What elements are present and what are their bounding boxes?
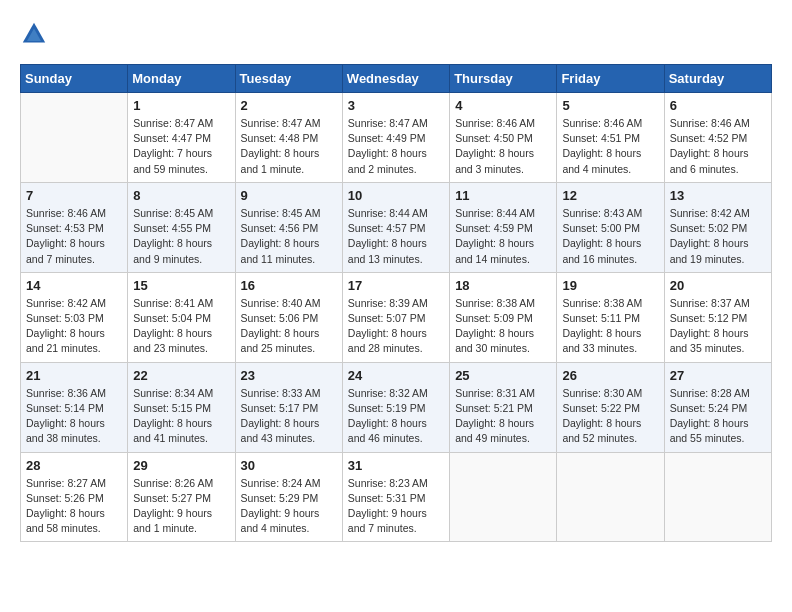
day-info: Sunrise: 8:46 AM Sunset: 4:50 PM Dayligh…	[455, 116, 551, 177]
day-number: 22	[133, 368, 229, 383]
day-number: 7	[26, 188, 122, 203]
day-number: 1	[133, 98, 229, 113]
day-number: 16	[241, 278, 337, 293]
calendar-cell: 9Sunrise: 8:45 AM Sunset: 4:56 PM Daylig…	[235, 182, 342, 272]
calendar-cell: 8Sunrise: 8:45 AM Sunset: 4:55 PM Daylig…	[128, 182, 235, 272]
day-info: Sunrise: 8:38 AM Sunset: 5:11 PM Dayligh…	[562, 296, 658, 357]
day-info: Sunrise: 8:45 AM Sunset: 4:55 PM Dayligh…	[133, 206, 229, 267]
day-number: 12	[562, 188, 658, 203]
calendar-cell	[664, 452, 771, 542]
day-info: Sunrise: 8:36 AM Sunset: 5:14 PM Dayligh…	[26, 386, 122, 447]
day-number: 23	[241, 368, 337, 383]
day-number: 4	[455, 98, 551, 113]
day-number: 28	[26, 458, 122, 473]
day-info: Sunrise: 8:46 AM Sunset: 4:53 PM Dayligh…	[26, 206, 122, 267]
weekday-header-tuesday: Tuesday	[235, 65, 342, 93]
day-number: 19	[562, 278, 658, 293]
day-info: Sunrise: 8:47 AM Sunset: 4:48 PM Dayligh…	[241, 116, 337, 177]
weekday-header-sunday: Sunday	[21, 65, 128, 93]
weekday-header-monday: Monday	[128, 65, 235, 93]
calendar-cell	[557, 452, 664, 542]
day-number: 25	[455, 368, 551, 383]
day-info: Sunrise: 8:27 AM Sunset: 5:26 PM Dayligh…	[26, 476, 122, 537]
day-info: Sunrise: 8:42 AM Sunset: 5:02 PM Dayligh…	[670, 206, 766, 267]
day-number: 9	[241, 188, 337, 203]
weekday-header-wednesday: Wednesday	[342, 65, 449, 93]
calendar-table: SundayMondayTuesdayWednesdayThursdayFrid…	[20, 64, 772, 542]
calendar-cell: 18Sunrise: 8:38 AM Sunset: 5:09 PM Dayli…	[450, 272, 557, 362]
calendar-cell: 24Sunrise: 8:32 AM Sunset: 5:19 PM Dayli…	[342, 362, 449, 452]
day-info: Sunrise: 8:46 AM Sunset: 4:51 PM Dayligh…	[562, 116, 658, 177]
day-number: 13	[670, 188, 766, 203]
day-info: Sunrise: 8:23 AM Sunset: 5:31 PM Dayligh…	[348, 476, 444, 537]
day-info: Sunrise: 8:43 AM Sunset: 5:00 PM Dayligh…	[562, 206, 658, 267]
day-number: 14	[26, 278, 122, 293]
day-number: 5	[562, 98, 658, 113]
day-info: Sunrise: 8:40 AM Sunset: 5:06 PM Dayligh…	[241, 296, 337, 357]
day-number: 2	[241, 98, 337, 113]
calendar-cell: 6Sunrise: 8:46 AM Sunset: 4:52 PM Daylig…	[664, 93, 771, 183]
day-info: Sunrise: 8:24 AM Sunset: 5:29 PM Dayligh…	[241, 476, 337, 537]
calendar-cell: 11Sunrise: 8:44 AM Sunset: 4:59 PM Dayli…	[450, 182, 557, 272]
calendar-cell: 25Sunrise: 8:31 AM Sunset: 5:21 PM Dayli…	[450, 362, 557, 452]
day-info: Sunrise: 8:45 AM Sunset: 4:56 PM Dayligh…	[241, 206, 337, 267]
calendar-cell: 15Sunrise: 8:41 AM Sunset: 5:04 PM Dayli…	[128, 272, 235, 362]
week-row-5: 28Sunrise: 8:27 AM Sunset: 5:26 PM Dayli…	[21, 452, 772, 542]
day-info: Sunrise: 8:26 AM Sunset: 5:27 PM Dayligh…	[133, 476, 229, 537]
header	[20, 20, 772, 48]
weekday-header-thursday: Thursday	[450, 65, 557, 93]
weekday-header-friday: Friday	[557, 65, 664, 93]
logo	[20, 20, 52, 48]
day-number: 29	[133, 458, 229, 473]
day-number: 8	[133, 188, 229, 203]
day-info: Sunrise: 8:34 AM Sunset: 5:15 PM Dayligh…	[133, 386, 229, 447]
calendar-cell: 19Sunrise: 8:38 AM Sunset: 5:11 PM Dayli…	[557, 272, 664, 362]
day-info: Sunrise: 8:31 AM Sunset: 5:21 PM Dayligh…	[455, 386, 551, 447]
day-info: Sunrise: 8:47 AM Sunset: 4:49 PM Dayligh…	[348, 116, 444, 177]
day-info: Sunrise: 8:33 AM Sunset: 5:17 PM Dayligh…	[241, 386, 337, 447]
calendar-cell: 22Sunrise: 8:34 AM Sunset: 5:15 PM Dayli…	[128, 362, 235, 452]
day-number: 21	[26, 368, 122, 383]
calendar-cell: 10Sunrise: 8:44 AM Sunset: 4:57 PM Dayli…	[342, 182, 449, 272]
calendar-cell: 31Sunrise: 8:23 AM Sunset: 5:31 PM Dayli…	[342, 452, 449, 542]
day-info: Sunrise: 8:37 AM Sunset: 5:12 PM Dayligh…	[670, 296, 766, 357]
calendar-cell: 26Sunrise: 8:30 AM Sunset: 5:22 PM Dayli…	[557, 362, 664, 452]
day-info: Sunrise: 8:42 AM Sunset: 5:03 PM Dayligh…	[26, 296, 122, 357]
calendar-cell: 4Sunrise: 8:46 AM Sunset: 4:50 PM Daylig…	[450, 93, 557, 183]
day-info: Sunrise: 8:39 AM Sunset: 5:07 PM Dayligh…	[348, 296, 444, 357]
day-info: Sunrise: 8:44 AM Sunset: 4:57 PM Dayligh…	[348, 206, 444, 267]
calendar-cell	[21, 93, 128, 183]
day-number: 17	[348, 278, 444, 293]
day-info: Sunrise: 8:28 AM Sunset: 5:24 PM Dayligh…	[670, 386, 766, 447]
calendar-cell: 23Sunrise: 8:33 AM Sunset: 5:17 PM Dayli…	[235, 362, 342, 452]
calendar-cell: 1Sunrise: 8:47 AM Sunset: 4:47 PM Daylig…	[128, 93, 235, 183]
calendar-cell: 21Sunrise: 8:36 AM Sunset: 5:14 PM Dayli…	[21, 362, 128, 452]
day-number: 27	[670, 368, 766, 383]
day-number: 18	[455, 278, 551, 293]
week-row-3: 14Sunrise: 8:42 AM Sunset: 5:03 PM Dayli…	[21, 272, 772, 362]
day-number: 20	[670, 278, 766, 293]
day-info: Sunrise: 8:44 AM Sunset: 4:59 PM Dayligh…	[455, 206, 551, 267]
calendar-cell: 17Sunrise: 8:39 AM Sunset: 5:07 PM Dayli…	[342, 272, 449, 362]
calendar-cell: 12Sunrise: 8:43 AM Sunset: 5:00 PM Dayli…	[557, 182, 664, 272]
day-info: Sunrise: 8:32 AM Sunset: 5:19 PM Dayligh…	[348, 386, 444, 447]
calendar-cell: 5Sunrise: 8:46 AM Sunset: 4:51 PM Daylig…	[557, 93, 664, 183]
week-row-2: 7Sunrise: 8:46 AM Sunset: 4:53 PM Daylig…	[21, 182, 772, 272]
calendar-cell: 27Sunrise: 8:28 AM Sunset: 5:24 PM Dayli…	[664, 362, 771, 452]
calendar-cell: 3Sunrise: 8:47 AM Sunset: 4:49 PM Daylig…	[342, 93, 449, 183]
calendar-cell: 7Sunrise: 8:46 AM Sunset: 4:53 PM Daylig…	[21, 182, 128, 272]
day-info: Sunrise: 8:38 AM Sunset: 5:09 PM Dayligh…	[455, 296, 551, 357]
calendar-cell	[450, 452, 557, 542]
day-info: Sunrise: 8:41 AM Sunset: 5:04 PM Dayligh…	[133, 296, 229, 357]
day-info: Sunrise: 8:30 AM Sunset: 5:22 PM Dayligh…	[562, 386, 658, 447]
calendar-cell: 2Sunrise: 8:47 AM Sunset: 4:48 PM Daylig…	[235, 93, 342, 183]
calendar-cell: 16Sunrise: 8:40 AM Sunset: 5:06 PM Dayli…	[235, 272, 342, 362]
day-number: 24	[348, 368, 444, 383]
day-info: Sunrise: 8:47 AM Sunset: 4:47 PM Dayligh…	[133, 116, 229, 177]
day-number: 30	[241, 458, 337, 473]
calendar-cell: 13Sunrise: 8:42 AM Sunset: 5:02 PM Dayli…	[664, 182, 771, 272]
calendar-cell: 14Sunrise: 8:42 AM Sunset: 5:03 PM Dayli…	[21, 272, 128, 362]
day-number: 10	[348, 188, 444, 203]
day-info: Sunrise: 8:46 AM Sunset: 4:52 PM Dayligh…	[670, 116, 766, 177]
calendar-cell: 30Sunrise: 8:24 AM Sunset: 5:29 PM Dayli…	[235, 452, 342, 542]
